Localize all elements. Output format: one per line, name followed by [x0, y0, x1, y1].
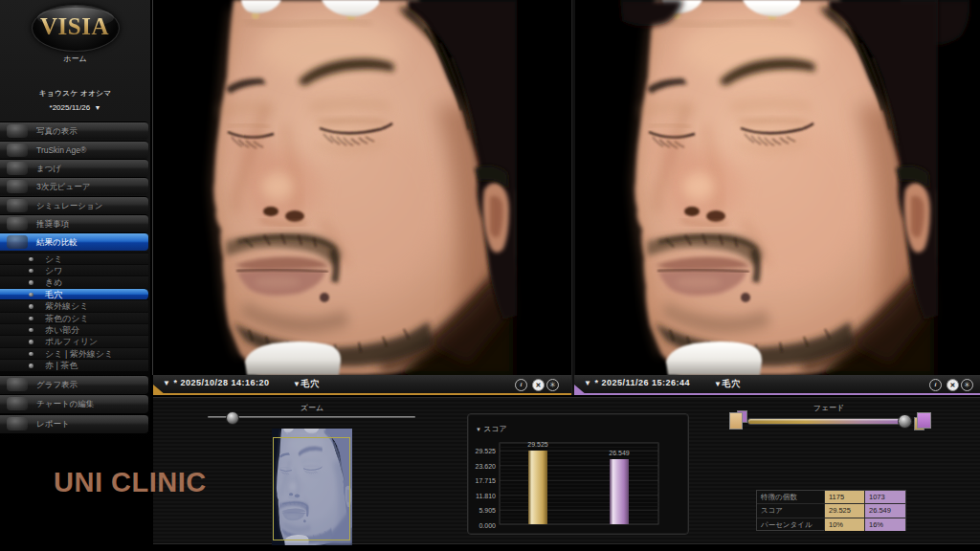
svg-text:5.905: 5.905 — [479, 507, 496, 514]
svg-text:11.810: 11.810 — [476, 493, 496, 499]
svg-text:26.549: 26.549 — [609, 450, 630, 456]
svg-text:29.525: 29.525 — [476, 448, 497, 454]
svg-text:23.620: 23.620 — [476, 463, 497, 470]
svg-text:0.000: 0.000 — [479, 522, 496, 529]
svg-text:17.715: 17.715 — [476, 477, 497, 484]
svg-text:29.525: 29.525 — [527, 441, 548, 448]
